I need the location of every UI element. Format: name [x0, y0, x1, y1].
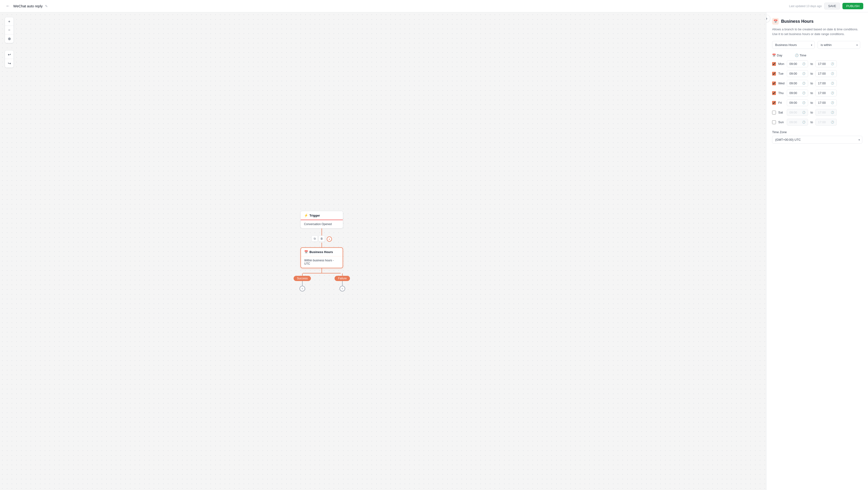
day-rows-container: Mon 09:00 🕐 to 17:00 🕐 Tue 09:00 🕐 to 17… [772, 60, 862, 125]
time-inputs-mon: 09:00 🕐 to 17:00 🕐 [787, 60, 837, 67]
day-name-fri: Fri [778, 101, 787, 105]
panel-title: Business Hours [781, 19, 813, 24]
start-clock-icon-thu: 🕐 [802, 91, 805, 94]
day-row-thu: Thu 09:00 🕐 to 17:00 🕐 [772, 90, 862, 96]
header: ← WeChat auto reply ✎ Last updated 13 da… [0, 0, 868, 12]
to-label-sat: to [810, 111, 813, 114]
to-label-fri: to [810, 101, 813, 105]
business-hours-body: Within business hours - UTC [301, 256, 343, 268]
delete-node-button[interactable]: 🗑 [319, 235, 325, 242]
back-button[interactable]: ← [5, 3, 11, 9]
failure-branch: Failure + [335, 273, 350, 291]
failure-line-1 [342, 273, 343, 276]
panel-title-icon: 📅 [772, 18, 779, 25]
to-label-wed: to [810, 82, 813, 85]
day-checkbox-fri[interactable] [772, 101, 776, 105]
day-name-sat: Sat [778, 111, 787, 114]
copy-node-button[interactable]: ⧉ [312, 235, 318, 242]
start-clock-icon-sun: 🕐 [802, 121, 805, 124]
business-hours-node[interactable]: 📅 Business Hours Within business hours -… [301, 248, 343, 268]
to-label-sun: to [810, 120, 813, 124]
start-time-thu[interactable]: 09:00 🕐 [787, 90, 808, 96]
end-time-wed[interactable]: 17:00 🕐 [815, 80, 837, 87]
end-time-thu[interactable]: 17:00 🕐 [815, 90, 837, 96]
day-row-sat: Sat 09:00 🕐 to 17:00 🕐 [772, 109, 862, 116]
to-label-tue: to [810, 72, 813, 75]
main-layout: + − ⊕ ↩ ↪ ⚡ Trigger Conversation Opened [0, 12, 868, 490]
undo-button[interactable]: ↩ [5, 51, 13, 59]
failure-add-button[interactable]: + [340, 286, 345, 291]
day-checkbox-thu[interactable] [772, 91, 776, 95]
connector-line-1 [321, 228, 322, 235]
day-checkbox-wed[interactable] [772, 82, 776, 85]
edit-icon[interactable]: ✎ [45, 4, 48, 8]
branch-line-top [321, 268, 322, 273]
publish-button[interactable]: PUBLISH [842, 3, 863, 9]
panel-description: Allows a branch to be created based on d… [772, 27, 862, 36]
day-row-wed: Wed 09:00 🕐 to 17:00 🕐 [772, 80, 862, 87]
time-inputs-sun: 09:00 🕐 to 17:00 🕐 [787, 119, 837, 125]
time-inputs-tue: 09:00 🕐 to 17:00 🕐 [787, 70, 837, 77]
flow-diagram: ⚡ Trigger Conversation Opened ⧉ 🗑 + [293, 211, 350, 291]
start-time-wed[interactable]: 09:00 🕐 [787, 80, 808, 87]
day-checkbox-mon[interactable] [772, 62, 776, 66]
flow-connector-1: ⧉ 🗑 + [312, 228, 332, 248]
success-branch: Success + [293, 273, 311, 291]
flow-canvas[interactable]: + − ⊕ ↩ ↪ ⚡ Trigger Conversation Opened [0, 12, 766, 490]
trigger-icon: ⚡ [304, 213, 308, 217]
business-hours-header: 📅 Business Hours [301, 248, 343, 256]
node-actions: ⧉ 🗑 [312, 235, 325, 242]
calendar-icon: 📅 [772, 54, 776, 57]
start-clock-icon-sat: 🕐 [802, 111, 805, 114]
header-right: Last updated 13 days ago SAVE PUBLISH [789, 3, 863, 9]
timezone-select-wrapper: (GMT+00:00) UTC (GMT+01:00) CET (GMT-05:… [772, 136, 862, 144]
operator-dropdown[interactable]: is within is not within [817, 41, 860, 49]
panel-title-row: 📅 Business Hours [772, 18, 862, 25]
branch-connector [303, 268, 341, 273]
header-left: ← WeChat auto reply ✎ [5, 3, 48, 9]
timezone-dropdown[interactable]: (GMT+00:00) UTC (GMT+01:00) CET (GMT-05:… [772, 136, 862, 144]
start-clock-icon-tue: 🕐 [802, 72, 805, 75]
zoom-out-button[interactable]: − [5, 26, 13, 34]
save-button[interactable]: SAVE [824, 3, 840, 9]
start-time-fri[interactable]: 09:00 🕐 [787, 99, 808, 106]
redo-button[interactable]: ↪ [5, 59, 13, 67]
business-hours-panel: ❯ 📅 Business Hours Allows a branch to be… [766, 12, 868, 490]
success-pill: Success [293, 276, 311, 281]
end-time-tue[interactable]: 17:00 🕐 [815, 70, 837, 77]
zoom-center-button[interactable]: ⊕ [5, 34, 13, 43]
success-add-button[interactable]: + [300, 286, 305, 291]
day-column-header: 📅 Day [772, 54, 794, 57]
page-title: WeChat auto reply [13, 4, 42, 8]
trigger-node: ⚡ Trigger Conversation Opened [301, 211, 343, 228]
end-clock-icon-fri: 🕐 [831, 101, 834, 104]
end-time-mon[interactable]: 17:00 🕐 [815, 60, 837, 67]
day-name-sun: Sun [778, 120, 787, 124]
condition-dropdown[interactable]: Business Hours [772, 41, 815, 49]
time-inputs-fri: 09:00 🕐 to 17:00 🕐 [787, 99, 837, 106]
zoom-controls: + − ⊕ [5, 17, 14, 43]
start-time-tue[interactable]: 09:00 🕐 [787, 70, 808, 77]
day-checkbox-sun[interactable] [772, 120, 776, 124]
start-clock-icon-fri: 🕐 [802, 101, 805, 104]
end-clock-icon-thu: 🕐 [831, 91, 834, 94]
add-node-button[interactable]: + [327, 236, 332, 242]
time-inputs-thu: 09:00 🕐 to 17:00 🕐 [787, 90, 837, 96]
operator-dropdown-wrapper: is within is not within ▾ [817, 41, 860, 49]
failure-pill: Failure [335, 276, 350, 281]
end-clock-icon-wed: 🕐 [831, 82, 834, 85]
start-time-mon[interactable]: 09:00 🕐 [787, 60, 808, 67]
day-checkbox-tue[interactable] [772, 72, 776, 76]
failure-line-2 [342, 281, 343, 286]
timezone-title: Time Zone [772, 130, 862, 134]
day-checkbox-sat[interactable] [772, 111, 776, 114]
end-time-fri[interactable]: 17:00 🕐 [815, 99, 837, 106]
zoom-in-button[interactable]: + [5, 17, 13, 26]
time-inputs-wed: 09:00 🕐 to 17:00 🕐 [787, 80, 837, 87]
start-clock-icon-wed: 🕐 [802, 82, 805, 85]
branches: Success + Failure + [293, 273, 350, 291]
start-time-sat: 09:00 🕐 [787, 109, 808, 116]
to-label-mon: to [810, 62, 813, 66]
time-inputs-sat: 09:00 🕐 to 17:00 🕐 [787, 109, 837, 116]
day-name-mon: Mon [778, 62, 787, 66]
